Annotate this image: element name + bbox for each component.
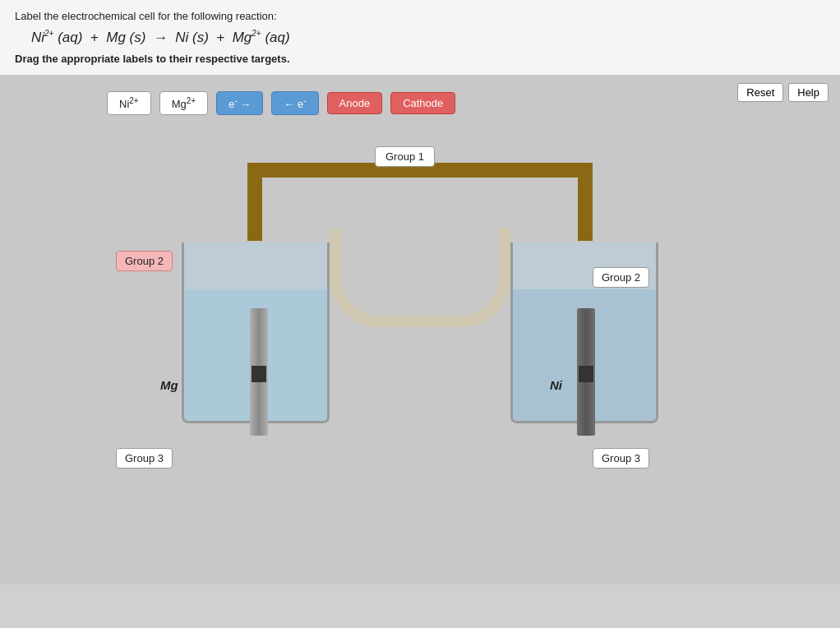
group1-label-box[interactable]: Group 1 bbox=[375, 146, 435, 167]
label-ni2plus[interactable]: Ni2+ bbox=[107, 91, 151, 115]
label-e-right[interactable]: e- → bbox=[216, 91, 263, 115]
reset-button[interactable]: Reset bbox=[737, 83, 783, 102]
group2-right-box[interactable]: Group 2 bbox=[593, 267, 649, 288]
label-e-left[interactable]: ← e- bbox=[271, 91, 318, 115]
magnesium-electrode bbox=[250, 308, 268, 436]
labels-bar: Ni2+ Mg2+ e- → ← e- Anode Cathode bbox=[8, 83, 832, 123]
action-buttons: Reset Help bbox=[737, 83, 828, 102]
nickel-electrode bbox=[577, 308, 595, 436]
left-beaker bbox=[182, 242, 330, 423]
equation-display: Ni2+ (aq) + Mg (s) → Ni (s) + Mg2+ (aq) bbox=[31, 29, 825, 46]
ni-label: Ni bbox=[550, 378, 562, 392]
mg-label: Mg bbox=[160, 378, 178, 392]
help-button[interactable]: Help bbox=[788, 83, 828, 102]
electrode-block-ni bbox=[579, 366, 593, 382]
salt-bridge bbox=[330, 229, 510, 327]
electrochemical-diagram: Group 1 Mg Ni Group 2 Group 2 bbox=[108, 123, 732, 518]
group3-right-box[interactable]: Group 3 bbox=[593, 448, 649, 469]
label-cathode[interactable]: Cathode bbox=[390, 92, 455, 114]
group3-left-box[interactable]: Group 3 bbox=[116, 448, 173, 469]
utube-outer bbox=[330, 229, 510, 327]
group2-left-box[interactable]: Group 2 bbox=[116, 251, 173, 271]
main-diagram-area: Reset Help Ni2+ Mg2+ e- → ← e- Anode Cat… bbox=[0, 75, 840, 584]
drag-instruction: Drag the appropriate labels to their res… bbox=[15, 53, 825, 65]
instruction-text: Label the electrochemical cell for the f… bbox=[15, 10, 825, 22]
label-mg2plus[interactable]: Mg2+ bbox=[159, 91, 208, 115]
label-anode[interactable]: Anode bbox=[327, 92, 383, 114]
wire-right bbox=[578, 163, 593, 241]
electrode-block-mg bbox=[252, 366, 266, 382]
wire-left bbox=[247, 163, 262, 241]
